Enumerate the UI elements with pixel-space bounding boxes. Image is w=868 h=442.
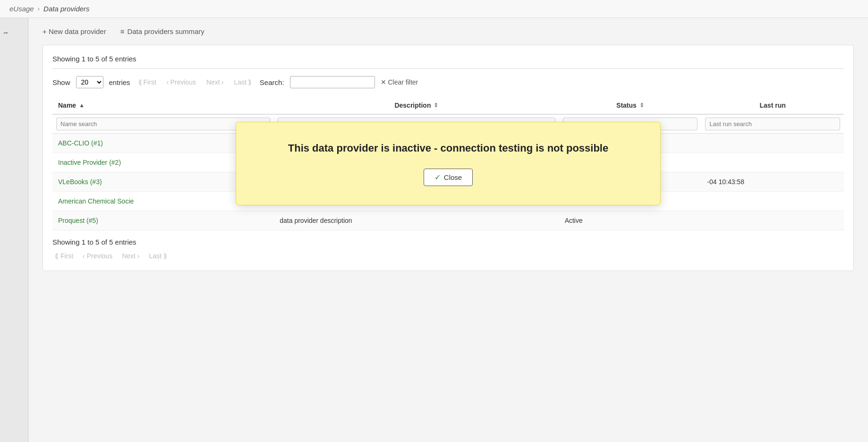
search-input[interactable]	[290, 76, 375, 88]
summary-icon: ≡	[120, 27, 125, 35]
last-label: Last	[234, 78, 246, 86]
first-label: First	[144, 78, 156, 86]
sidebar-item-label[interactable]: t	[0, 27, 12, 39]
data-providers-summary-button[interactable]: ≡ Data providers summary	[120, 27, 204, 35]
breadcrumb: eUsage › Data providers	[0, 0, 868, 18]
previous-icon: ‹	[167, 78, 169, 86]
modal-message: This data provider is inactive - connect…	[260, 141, 637, 156]
table-container: Showing 1 to 5 of 5 entries Show 10 20 5…	[43, 45, 854, 271]
modal-close-button[interactable]: ✓ Close	[424, 169, 473, 186]
summary-label: Data providers summary	[127, 27, 204, 35]
last-icon: ⟫	[248, 78, 252, 86]
modal-overlay: This data provider is inactive - connect…	[52, 97, 844, 230]
next-icon: ›	[221, 78, 224, 86]
next-label: Next	[206, 78, 220, 86]
modal-close-label: Close	[444, 173, 462, 181]
bottom-first-button[interactable]: ⟪ First	[52, 251, 76, 261]
first-icon: ⟪	[138, 78, 142, 86]
breadcrumb-separator: ›	[38, 5, 40, 12]
main-content: + New data provider ≡ Data providers sum…	[28, 18, 868, 442]
breadcrumb-root[interactable]: eUsage	[9, 5, 34, 13]
bottom-previous-button[interactable]: ‹ Previous	[80, 251, 115, 261]
breadcrumb-current: Data providers	[43, 5, 90, 13]
bottom-next-button[interactable]: Next ›	[119, 251, 142, 261]
entries-text: entries	[109, 78, 130, 86]
next-button[interactable]: Next ›	[204, 77, 226, 87]
sidebar: t	[0, 18, 28, 442]
modal-box: This data provider is inactive - connect…	[236, 122, 661, 206]
bottom-last-button[interactable]: Last ⟫	[146, 251, 169, 261]
toolbar: + New data provider ≡ Data providers sum…	[43, 27, 854, 35]
bottom-nav: ⟪ First ‹ Previous Next › Last ⟫	[52, 251, 844, 261]
previous-label: Previous	[170, 78, 196, 86]
showing-info: Showing 1 to 5 of 5 entries	[52, 55, 844, 69]
previous-button[interactable]: ‹ Previous	[164, 77, 198, 87]
last-button[interactable]: Last ⟫	[231, 77, 254, 87]
checkmark-icon: ✓	[434, 173, 441, 182]
search-label: Search:	[260, 78, 284, 86]
bottom-showing-info: Showing 1 to 5 of 5 entries	[52, 238, 844, 246]
table-controls: Show 10 20 50 100 entries ⟪ First ‹ Prev…	[52, 76, 844, 88]
new-data-provider-button[interactable]: + New data provider	[43, 27, 106, 35]
entries-select[interactable]: 10 20 50 100	[76, 76, 103, 88]
show-label: Show	[52, 78, 70, 86]
first-button[interactable]: ⟪ First	[136, 77, 159, 87]
clear-filter-button[interactable]: ✕ Clear filter	[381, 78, 418, 86]
